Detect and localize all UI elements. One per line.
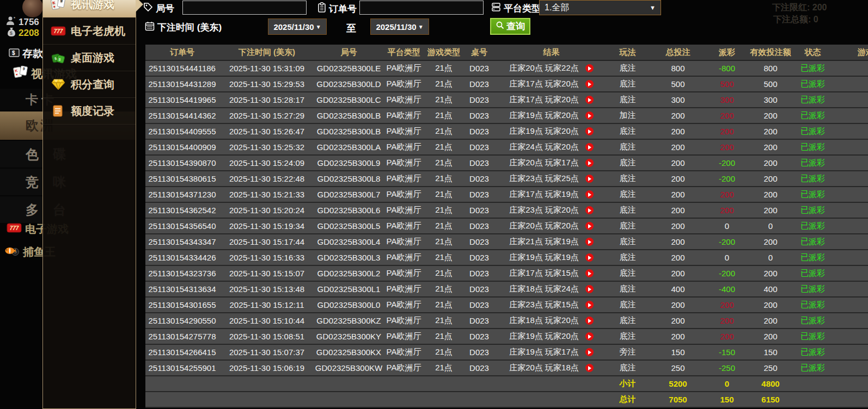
table-row: 2511301544009092025-11-30 15:25:32GD0232… (145, 139, 868, 155)
play-type-cell: 旁注 (607, 344, 648, 360)
order-number-cell: 251130154255901 (145, 360, 219, 376)
table-number-cell: D023 (463, 234, 496, 250)
game-type-cell: 21点 (425, 344, 463, 360)
empty-cell (830, 376, 868, 392)
play-video-icon[interactable] (585, 143, 594, 151)
result-text: 庄家20点 玩家20点 (509, 221, 579, 231)
column-header: 平台类型 (383, 45, 425, 60)
play-video-icon[interactable] (585, 159, 594, 167)
platform-cell: PA欧洲厅 (383, 313, 425, 329)
play-video-icon[interactable] (585, 127, 594, 135)
search-button[interactable]: 查询 (490, 18, 530, 35)
table-number-cell: D023 (463, 218, 496, 234)
column-header: 有效投注额 (746, 45, 795, 60)
valid-bet-cell: 200 (746, 297, 795, 313)
platform-cell: PA欧洲厅 (383, 329, 425, 344)
search-icon (496, 21, 504, 32)
deposit-button[interactable]: $ 存款 (9, 47, 43, 61)
platform-cell: PA欧洲厅 (383, 171, 425, 187)
play-video-icon[interactable] (585, 253, 594, 262)
cards-icon: K♥9 (13, 65, 28, 82)
round-number-cell: GD02325B300LE (315, 60, 383, 76)
total-bet-cell: 400 (648, 281, 708, 297)
play-video-icon[interactable] (585, 301, 594, 309)
order-number-cell: 251130154266415 (145, 344, 219, 360)
play-video-icon[interactable] (585, 206, 594, 214)
empty-cell (315, 392, 383, 407)
order-number-cell: 251130154356540 (145, 218, 219, 234)
platform-cell: PA欧洲厅 (383, 265, 425, 281)
total-bet-cell: 200 (648, 265, 708, 281)
result-cell: 庄家17点 玩家19点 (496, 187, 607, 202)
menu-item-3[interactable]: 积分查询 (43, 71, 136, 98)
table-number-cell: D023 (463, 92, 496, 108)
play-video-icon[interactable] (585, 332, 594, 340)
empty-cell (425, 376, 463, 392)
empty-cell (315, 376, 383, 392)
play-video-icon[interactable] (585, 348, 594, 356)
platform-cell: PA欧洲厅 (383, 123, 425, 139)
menu-item-4[interactable]: 额度记录 (43, 98, 136, 125)
menu-item-2[interactable]: $$桌面游戏 (43, 45, 136, 71)
status-cell: 已派彩 (795, 60, 830, 76)
round-number-cell: GD02325B300LB (315, 108, 383, 123)
status-cell: 已派彩 (795, 297, 830, 313)
status-cell: 已派彩 (795, 265, 830, 281)
platform-type-select[interactable]: 1.全部 (539, 0, 661, 15)
play-video-icon[interactable] (585, 222, 594, 230)
play-video-icon[interactable] (585, 111, 594, 120)
play-video-icon[interactable] (585, 96, 594, 104)
game-cell (830, 297, 868, 313)
bet-time-cell: 2025-11-30 15:07:37 (219, 344, 315, 360)
game-cell (830, 281, 868, 297)
bet-time-cell: 2025-11-30 15:16:33 (219, 250, 315, 265)
payout-cell: 500 (708, 76, 746, 92)
date-from-picker[interactable]: 2025/11/30 (268, 18, 327, 35)
game-cell (830, 250, 868, 265)
play-video-icon[interactable] (585, 364, 594, 372)
game-cell (830, 218, 868, 234)
payout-cell: 200 (708, 297, 746, 313)
status-cell: 已派彩 (795, 218, 830, 234)
table-row: 2511301543625422025-11-30 15:20:24GD0232… (145, 202, 868, 218)
result-text: 庄家17点 玩家20点 (509, 79, 579, 89)
play-video-icon[interactable] (585, 317, 594, 325)
svg-text:$: $ (12, 50, 15, 56)
game-type-cell: 21点 (425, 202, 463, 218)
table-row: 2511301543908702025-11-30 15:24:09GD0232… (145, 155, 868, 171)
menu-item-0[interactable]: K♥9视讯游戏 (43, 0, 136, 18)
table-number-cell: D023 (463, 250, 496, 265)
column-header: 玩法 (607, 45, 648, 60)
play-video-icon[interactable] (585, 285, 594, 293)
game-type-cell: 21点 (425, 297, 463, 313)
play-video-icon[interactable] (585, 80, 594, 88)
table-row: 2511301544411862025-11-30 15:31:09GD0232… (145, 60, 868, 76)
play-type-cell: 底注 (607, 171, 648, 187)
bet-time-cell: 2025-11-30 15:19:34 (219, 218, 315, 234)
play-video-icon[interactable] (585, 175, 594, 183)
menu-item-1[interactable]: 777电子老虎机 (43, 18, 136, 45)
column-header: 总投注 (648, 45, 708, 60)
table-number-cell: D023 (463, 360, 496, 376)
bet-time-cell: 2025-11-30 15:12:11 (219, 297, 315, 313)
status-cell: 已派彩 (795, 281, 830, 297)
game-cell (830, 187, 868, 202)
date-to-picker[interactable]: 2025/11/30 (370, 18, 429, 35)
round-number-input[interactable] (182, 1, 307, 15)
play-type-cell: 底注 (607, 329, 648, 344)
diamond-icon (50, 78, 66, 90)
game-type-cell: 21点 (425, 171, 463, 187)
play-video-icon[interactable] (585, 269, 594, 277)
round-number-cell: GD02325B300KZ (315, 313, 383, 329)
game-type-cell: 21点 (425, 123, 463, 139)
game-type-cell: 21点 (425, 60, 463, 76)
play-video-icon[interactable] (585, 238, 594, 246)
play-video-icon[interactable] (585, 64, 594, 72)
valid-bet-cell: 200 (746, 329, 795, 344)
play-video-icon[interactable] (585, 190, 594, 199)
order-number-input[interactable] (359, 1, 484, 15)
total-bet-cell: 200 (648, 155, 708, 171)
svg-text:$: $ (10, 30, 13, 36)
subtotal-row: 小计520004800 (145, 376, 868, 392)
result-text: 庄家20点 玩家18点 (509, 363, 579, 373)
